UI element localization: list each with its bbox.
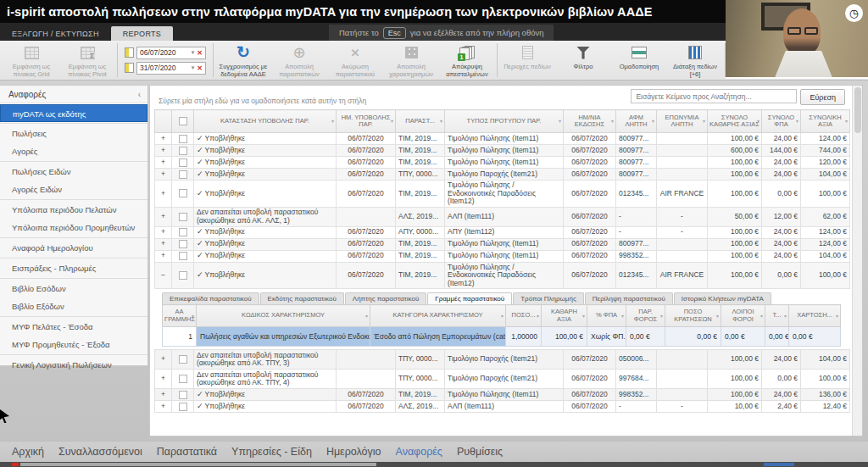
table-row[interactable]: +Δεν απαιτείται υποβολή παραστατικού (ακ… [155, 207, 850, 226]
chevron-down-icon[interactable]: ▾ [192, 49, 195, 56]
detail-column-header[interactable]: ΧΑΡΤΟΣΗ...▾ [789, 305, 841, 327]
sidebar-item[interactable]: myDATA ως εκδότης [0, 104, 147, 122]
table-row[interactable]: +✓Υποβλήθηκε06/07/2020ΤΙΜ, 2019...Τιμολό… [155, 157, 850, 169]
expand-toggle[interactable]: + [155, 226, 172, 238]
filter-icon[interactable]: ▾ [784, 312, 787, 320]
table-row[interactable]: +✓Υποβλήθηκε06/07/2020ΤΙΜ, 2019...Τιμολό… [155, 250, 850, 262]
column-header[interactable]: ΣΥΝΟΛΙΚΗ ΑΞΙΑ▾ [801, 110, 850, 133]
row-checkbox[interactable] [179, 158, 187, 167]
expand-toggle[interactable]: + [155, 370, 172, 389]
table-row[interactable]: +Δεν απαιτείται υποβολή παραστατικού (ακ… [155, 350, 850, 370]
filter-icon[interactable]: ▾ [760, 312, 763, 320]
filter-icon[interactable]: ▾ [559, 118, 561, 125]
sidebar-item[interactable]: ΜΥΦ Προμηθευτές - Έξοδα [0, 336, 147, 353]
bottom-nav-item[interactable]: Συναλλασσόμενοι [58, 446, 142, 458]
filter-icon[interactable]: ▾ [331, 118, 334, 125]
filter-icon[interactable]: ▾ [537, 312, 539, 320]
bottom-nav-item[interactable]: Ημερολόγιο [326, 446, 381, 458]
sidebar-item[interactable]: Αγορές Ειδών [0, 181, 147, 198]
detail-tab[interactable]: Λήπτης παραστατικού [345, 292, 426, 304]
detail-column-header[interactable]: ΛΟΙΠΟΙ ΦΟΡΟΙ▾ [721, 305, 765, 327]
bottom-nav-item[interactable]: Αναφορές [396, 446, 442, 458]
expand-toggle[interactable]: + [155, 250, 172, 262]
bottom-nav-item[interactable]: Παραστατικά [157, 446, 217, 458]
detail-column-header[interactable]: ΑΑ ΓΡΑΜΜΗΣ▾ [163, 305, 197, 327]
sidebar-item[interactable]: ΜΥΦ Πελάτες - Έσοδα [0, 318, 147, 336]
filter-icon[interactable]: ▾ [440, 118, 442, 125]
filter-icon[interactable]: ▾ [652, 118, 654, 125]
chevron-down-icon[interactable]: ▾ [192, 64, 195, 71]
tab-export-print[interactable]: ΕΞΑΓΩΓΗ / ΕΚΤΥΠΩΣΗ [0, 26, 111, 41]
filter-icon[interactable]: ▾ [365, 312, 368, 320]
row-checkbox[interactable] [179, 240, 187, 248]
sidebar-item[interactable]: Αναφορά Ημερολογίου [0, 239, 147, 257]
expand-toggle[interactable]: + [155, 389, 172, 401]
detail-column-header[interactable]: ΚΑΤΗΓΟΡΙΑ ΧΑΡΑΚΤΗΡΙΣΜΟΥ▾ [370, 305, 506, 327]
clock-icon[interactable]: ◷ [845, 4, 863, 22]
scrollbar-thumb[interactable] [854, 87, 861, 133]
table-row[interactable]: +Δεν απαιτείται υποβολή παραστατικού (ακ… [155, 370, 850, 389]
table-row[interactable]: +✓Υποβλήθηκε06/07/2020ΤΠΥ, 0000...Τιμολό… [155, 169, 850, 181]
search-input[interactable] [631, 89, 797, 103]
row-checkbox[interactable] [179, 403, 187, 411]
row-checkbox[interactable] [179, 170, 187, 179]
detail-column-header[interactable]: ΠΑΡ. ΦΟΡΟΣ▾ [626, 305, 665, 327]
detail-column-header[interactable]: ΠΟΣΟ ΚΡΑΤΗΣΕΩΝ▾ [665, 305, 721, 327]
filter-icon[interactable]: ▾ [391, 118, 393, 125]
filter-icon[interactable]: ▾ [716, 312, 719, 320]
column-header[interactable]: ΕΠΩΝΥΜΙΑ ΛΗΠΤΗ▾ [657, 110, 708, 133]
table-row[interactable]: +✓Υποβλήθηκε06/07/2020ΤΙΜ, 2019...Τιμολό… [155, 181, 850, 208]
row-checkbox[interactable] [179, 135, 187, 143]
filter-icon[interactable]: ▾ [660, 312, 663, 320]
row-checkbox[interactable] [179, 228, 187, 236]
sidebar-item[interactable]: Πωλήσεις Ειδών [0, 163, 147, 181]
column-header[interactable]: ΚΑΤΑΣΤΑΣΗ ΥΠΟΒΟΛΗΣ ΠΑΡ.▾ [194, 110, 337, 133]
filter-icon[interactable]: ▾ [501, 312, 504, 320]
column-header[interactable]: ΠΑΡΑΣΤ...▾ [396, 110, 445, 133]
row-checkbox[interactable] [179, 252, 187, 260]
sidebar-item[interactable]: Βιβλίο Εσόδων [0, 280, 147, 297]
bottom-nav-item[interactable]: Αρχική [12, 446, 44, 458]
detail-tab[interactable]: Τρόποι Πληρωμής [513, 292, 584, 304]
date-from-field[interactable]: 06/07/2020▾✕ [136, 47, 206, 59]
expand-toggle[interactable]: + [155, 133, 172, 145]
expand-toggle[interactable]: + [155, 169, 172, 181]
sidebar-collapse-icon[interactable]: ‹ [138, 90, 141, 99]
sidebar-item[interactable]: Υπόλοιπα περιόδου Πελατών [0, 201, 147, 219]
expand-toggle[interactable]: + [155, 238, 172, 250]
detail-tab[interactable]: Περίληψη παραστατικού [585, 292, 673, 304]
detail-tab[interactable]: Επικεφαλίδα παραστατικού [162, 292, 259, 304]
tab-reports[interactable]: REPORTS [111, 26, 173, 41]
detail-tab[interactable]: Εκδότης παραστατικού [260, 292, 344, 304]
column-header[interactable]: ΣΥΝΟΛΟ ΦΠΑ▾ [762, 110, 801, 133]
search-button[interactable]: Εύρεση [800, 89, 845, 105]
clear-date-icon[interactable]: ✕ [197, 64, 203, 72]
filter-icon[interactable]: ▾ [582, 312, 585, 320]
row-checkbox[interactable] [179, 271, 187, 280]
expand-toggle[interactable]: + [155, 181, 172, 208]
detail-column-header[interactable]: ΚΩΔΙΚΟΣ ΧΑΡΑΚΤΗΡΙΣΜΟΥ▾ [197, 305, 370, 327]
table-row[interactable]: +✓Υποβλήθηκε06/07/2020ΤΙΜ, 2019...Τιμολό… [155, 389, 850, 401]
detail-tab[interactable]: Ιστορικό Κλήσεων myDATA [674, 292, 771, 304]
hide-sent-button[interactable]: 1Απόκρυψη απεσταλμένων [439, 41, 495, 80]
filter-icon[interactable]: ▾ [192, 312, 194, 320]
clear-date-icon[interactable]: ✕ [197, 49, 203, 57]
grouping-button[interactable]: Ομαδοποίηση [611, 41, 667, 80]
table-row[interactable]: +✓Υποβλήθηκε06/07/2020ΑΠΥ, 0000...ΑΠΥ (I… [155, 226, 850, 238]
sidebar-item[interactable]: Αγορές [0, 142, 147, 160]
sidebar-item[interactable]: Πωλήσεις [0, 125, 147, 142]
filter-icon[interactable]: ▾ [621, 312, 624, 320]
expand-toggle[interactable]: − [155, 262, 172, 289]
filter-icon[interactable]: ▾ [796, 118, 798, 125]
field-layout-button[interactable]: Διάταξη πεδίων [+6] [667, 41, 723, 80]
sidebar-item[interactable]: Βιβλίο Εξόδων [0, 297, 147, 315]
column-header[interactable]: ΑΦΜ ΛΗΠΤΗ▾ [616, 110, 657, 133]
sidebar-item[interactable]: Γενική Λογιστική Πωλήσεων [0, 356, 147, 374]
column-header[interactable]: ΗΜ. ΥΠΟΒΟΛΗΣ ΠΑΡ.▾ [337, 110, 396, 133]
expand-toggle[interactable]: + [155, 350, 172, 370]
filter-icon[interactable]: ▾ [757, 118, 760, 125]
bottom-nav-item[interactable]: Υπηρεσίες - Είδη [231, 446, 312, 458]
table-row[interactable]: +✓Υποβλήθηκε06/07/2020ΤΙΜ, 2019...Τιμολό… [155, 238, 850, 250]
detail-tab[interactable]: Γραμμές παραστατικού [427, 292, 512, 304]
bottom-nav-item[interactable]: Ρυθμίσεις [457, 446, 503, 458]
